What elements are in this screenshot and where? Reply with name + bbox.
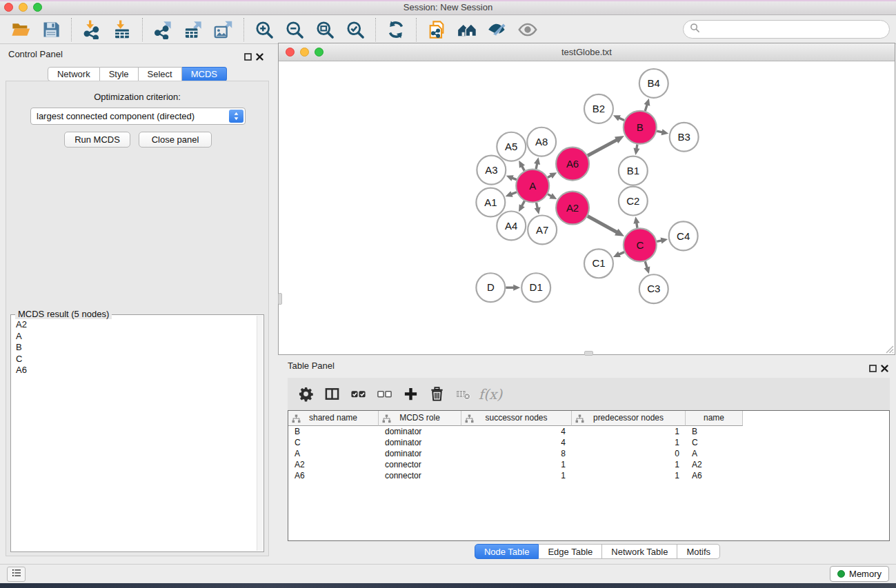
result-item[interactable]: A2 [16,319,256,331]
tab-network-table[interactable]: Network Table [602,544,677,559]
column-header-successor-nodes[interactable]: successor nodes [461,411,572,426]
columns-icon[interactable] [319,381,345,408]
select-all-icon[interactable] [345,381,371,408]
maximize-network-icon[interactable] [315,48,323,57]
maximize-window-icon[interactable] [33,3,42,12]
birdseye-view-icon[interactable] [512,17,543,43]
memory-label: Memory [849,569,882,579]
result-item[interactable]: A [16,331,256,343]
table-cell: 0 [572,449,686,458]
zoom-out-icon[interactable] [279,17,310,43]
mcds-result-box: MCDS result (5 nodes) A2ABCA6 [10,314,264,552]
table-cell: 1 [572,427,686,436]
control-panel-title: Control Panel [8,49,63,59]
add-row-icon[interactable] [397,381,424,408]
edge-A6-B[interactable] [588,139,617,155]
tab-network[interactable]: Network [48,67,100,81]
table-row[interactable]: Adominator80A [288,448,889,459]
table-row[interactable]: A2connector11A2 [288,459,889,470]
node-label-A2: A2 [566,202,579,214]
node-label-A1: A1 [484,196,497,208]
duplicate-network-icon[interactable] [421,17,452,43]
table-row[interactable]: Bdominator41B [288,426,889,437]
control-panel: Control Panel NetworkStyleSelectMCDS Opt… [6,45,269,558]
float-panel-icon[interactable] [244,51,252,59]
close-network-icon[interactable] [286,48,295,57]
zoom-fit-icon[interactable] [310,17,340,43]
bottom-divider-handle[interactable] [584,351,593,356]
zoom-selected-icon[interactable] [340,17,370,43]
gear-icon[interactable] [292,381,319,408]
left-divider-handle[interactable] [278,293,282,305]
search-box[interactable] [683,20,890,39]
tab-edge-table[interactable]: Edge Table [539,544,602,559]
open-folder-icon[interactable] [6,17,36,43]
tab-mcds[interactable]: MCDS [182,67,227,81]
network-canvas[interactable]: B4B2BB3B1A5A8A6A3AA1C2A2A4A7C4CC1C3DD1 [279,61,895,354]
tab-style[interactable]: Style [100,67,139,81]
close-panel-icon[interactable] [256,51,263,59]
function-builder-icon: f(x) [476,381,502,408]
show-hide-details-icon[interactable] [482,17,512,43]
tab-select[interactable]: Select [139,67,182,81]
deselect-all-icon[interactable] [371,381,397,408]
zoom-in-icon[interactable] [249,17,279,43]
column-header-predecessor-nodes[interactable]: predecessor nodes [572,411,686,426]
window-controls [4,3,42,12]
table-cell: connector [379,471,461,480]
table-cell: 4 [461,427,572,436]
edge-A2-C[interactable] [588,216,618,233]
table-cell: 1 [461,460,572,469]
column-header-name[interactable]: name [686,411,743,426]
column-header-MCDS-role[interactable]: MCDS role [379,411,461,426]
search-input[interactable] [700,24,889,34]
table-cell: A6 [288,471,379,480]
save-session-icon[interactable] [36,17,66,43]
network-window-titlebar[interactable]: testGlobe.txt [279,43,895,61]
table-row[interactable]: A6connector11A6 [288,470,889,481]
node-label-A7: A7 [536,224,548,236]
result-item[interactable]: C [16,354,256,365]
edge-arrow-icon [513,285,520,291]
tab-node-table[interactable]: Node Table [475,544,539,559]
table-cell: A2 [686,460,743,469]
close-panel-button[interactable]: Close panel [139,132,212,148]
result-item[interactable]: A6 [16,365,256,376]
export-table-icon[interactable] [178,17,208,43]
toolbar-separator [142,18,143,41]
delete-row-icon[interactable] [424,381,450,408]
result-item[interactable]: B [16,342,256,354]
table-panel: Table Panel f(x) shared nameMCDS rolesuc… [278,357,896,564]
cyndex-browse-icon[interactable] [452,17,482,43]
close-table-panel-icon[interactable] [881,363,888,370]
tab-motifs[interactable]: Motifs [677,544,720,559]
network-window-controls [286,48,323,57]
close-window-icon[interactable] [4,3,13,12]
run-mcds-button[interactable]: Run MCDS [64,132,130,148]
column-header-shared-name[interactable]: shared name [288,411,379,426]
memory-button[interactable]: Memory [830,566,889,582]
resize-grip-icon[interactable] [884,343,894,354]
toolbar-separator [375,18,376,41]
result-scrollbar[interactable] [257,316,263,551]
import-network-icon[interactable] [77,17,107,43]
import-table-icon[interactable] [107,17,137,43]
minimize-network-icon[interactable] [300,48,309,57]
column-label: name [704,413,724,423]
table-cell: 1 [572,438,686,447]
node-label-C3: C3 [647,283,660,294]
task-history-button[interactable] [7,567,26,582]
criterion-dropdown[interactable]: largest connected component (directed) [30,108,246,125]
export-image-icon[interactable] [208,17,239,43]
apply-layout-icon[interactable] [381,17,411,43]
edge-arrow-icon [506,175,514,181]
list-icon [11,567,22,581]
memory-status-icon [837,570,845,578]
float-table-panel-icon[interactable] [869,363,877,370]
table-row[interactable]: Cdominator41C [288,437,889,448]
table-tabs: Node TableEdge TableNetwork TableMotifs [288,544,896,559]
node-label-C2: C2 [626,195,639,207]
minimize-window-icon[interactable] [19,3,28,12]
export-network-icon[interactable] [148,17,178,43]
control-panel-tabs: NetworkStyleSelectMCDS [6,67,269,81]
